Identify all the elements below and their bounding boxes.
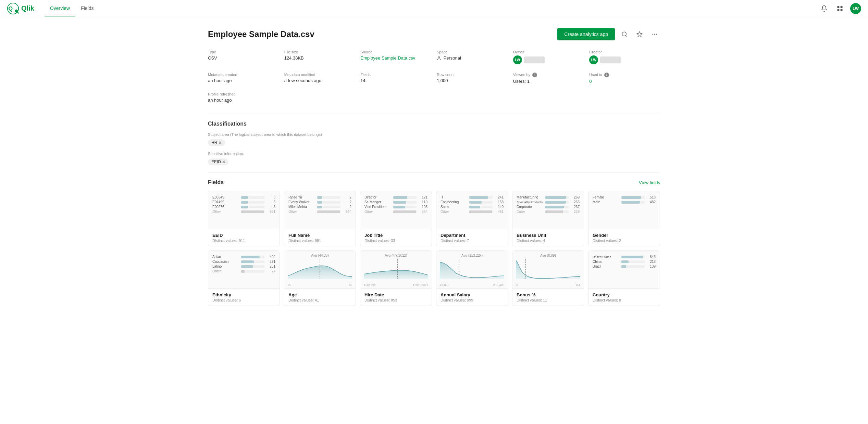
tab-overview[interactable]: Overview (45, 1, 75, 16)
field-card-businessunit[interactable]: Manufacturing 269 Speciality Products 26… (512, 191, 584, 246)
meta-creator-value: LW (589, 55, 660, 64)
field-card-salary[interactable]: Avg (113.22k) (436, 250, 508, 306)
owner-avatar: LW (513, 55, 522, 64)
card-distinct: Distinct values: 853 (364, 298, 427, 302)
tag-hr-label: HR (211, 140, 217, 145)
field-card-department[interactable]: IT 241 Engineering 158 Sales 140 (436, 191, 508, 246)
card-chart-age: Avg (44.38) (284, 251, 356, 288)
avg-label-bonus: Avg (0.09) (516, 254, 580, 257)
main-content: Employee Sample Data.csv Create analytic… (194, 17, 674, 321)
favorite-button[interactable] (634, 29, 645, 40)
meta-source: Source Employee Sample Data.csv (360, 50, 431, 64)
card-info-department: Department Distinct values: 7 (436, 229, 508, 246)
tag-eeid: EEID × (208, 158, 228, 165)
creator-name-placeholder (600, 56, 621, 63)
card-field-name: Bonus % (517, 292, 580, 297)
meta-fields-label: Fields (360, 73, 431, 77)
meta-modified-label: Metadata modified (284, 73, 355, 77)
field-card-hiredate[interactable]: Avg (4/7/2012) (360, 250, 432, 306)
bar-row: Director 121 (364, 195, 427, 199)
card-field-name: Business Unit (517, 233, 580, 238)
card-info-bonus: Bonus % Distinct values: 11 (512, 288, 584, 306)
card-field-name: Full Name (288, 233, 351, 238)
meta-space: Space Personal (437, 50, 508, 64)
avg-label-salary: Avg (113.22k) (440, 254, 504, 257)
meta-creator-label: Creator (589, 50, 660, 54)
card-distinct: Distinct values: 33 (364, 239, 427, 243)
more-options-button[interactable] (649, 29, 660, 40)
user-avatar[interactable]: LW (850, 3, 861, 14)
card-distinct: Distinct values: 2 (593, 239, 656, 243)
card-field-name: Hire Date (364, 292, 427, 297)
tag-eeid-close[interactable]: × (222, 159, 225, 164)
meta-usedin: Used in i 0 (589, 73, 660, 84)
topnav: Q Qlik Overview Fields LW (0, 0, 868, 17)
create-analytics-app-button[interactable]: Create analytics app (557, 28, 615, 40)
bar-row: Other 664 (364, 210, 427, 214)
meta-created: Metadata created an hour ago (208, 73, 279, 84)
avg-label-hiredate: Avg (4/7/2012) (364, 254, 428, 257)
card-chart-eeid: E03349 3 E01499 3 E00276 3 (208, 191, 280, 229)
logo[interactable]: Q Qlik (7, 2, 34, 15)
notifications-button[interactable] (819, 3, 830, 14)
bar-row: Sr. Manger 110 (364, 200, 427, 204)
field-card-gender[interactable]: Female 518 Male 482 Gender Distinct valu… (588, 191, 660, 246)
card-info-gender: Gender Distinct values: 2 (588, 229, 660, 246)
bar-row: IT 241 (441, 195, 504, 199)
card-chart-country: United States 643 China 218 Brazil 139 (588, 251, 660, 288)
field-card-jobtitle[interactable]: Director 121 Sr. Manger 110 Vice Preside… (360, 191, 432, 246)
meta-filesize-value: 124.38KB (284, 55, 355, 61)
bar-row: Latino 251 (212, 265, 275, 268)
card-info-age: Age Distinct values: 41 (284, 288, 356, 306)
meta-owner-value: LW (513, 55, 584, 64)
svg-rect-5 (841, 6, 843, 8)
card-distinct: Distinct values: 4 (517, 239, 580, 243)
meta-source-value[interactable]: Employee Sample Data.csv (360, 55, 431, 61)
field-card-fullname[interactable]: Rylee Yu 2 Everly Walker 2 Miles Mehta 2 (284, 191, 356, 246)
meta-filesize-label: File size (284, 50, 355, 54)
svg-point-12 (656, 34, 657, 35)
meta-profile-value: an hour ago (208, 98, 660, 103)
meta-profile-label: Profile refreshed (208, 92, 660, 96)
card-chart-hiredate: Avg (4/7/2012) (360, 251, 432, 288)
subject-area-tags: HR × (208, 139, 660, 146)
axis-min: 40,063 (440, 283, 449, 287)
field-card-age[interactable]: Avg (44.38) (284, 250, 356, 306)
tag-hr-close[interactable]: × (219, 140, 221, 145)
grid-button[interactable] (834, 3, 845, 14)
field-card-ethnicity[interactable]: Asian 404 Caucasian 271 Latino 251 (208, 250, 280, 306)
svg-rect-4 (838, 6, 840, 8)
bar-row: Other 229 (517, 210, 580, 214)
sensitive-section: Sensitive information: EEID × (208, 152, 660, 165)
sensitive-label: Sensitive information: (208, 152, 660, 156)
svg-rect-6 (838, 9, 840, 11)
meta-owner-label: Owner (513, 50, 584, 54)
tab-fields[interactable]: Fields (75, 1, 99, 16)
svg-point-8 (622, 32, 626, 36)
card-info-businessunit: Business Unit Distinct values: 4 (512, 229, 584, 246)
view-fields-link[interactable]: View fields (639, 180, 660, 185)
axis-max: 258,498 (493, 283, 504, 287)
meta-source-label: Source (360, 50, 431, 54)
card-chart-gender: Female 518 Male 482 (588, 191, 660, 229)
svg-point-13 (438, 57, 439, 58)
meta-created-label: Metadata created (208, 73, 279, 77)
meta-usedin-value[interactable]: 0 (589, 79, 660, 84)
fields-section: Fields View fields E03349 3 E01499 3 (208, 179, 660, 306)
logo-text: Qlik (21, 4, 34, 12)
bar-row: Brazil 139 (593, 265, 656, 268)
field-card-eeid[interactable]: E03349 3 E01499 3 E00276 3 (208, 191, 280, 246)
card-info-jobtitle: Job Title Distinct values: 33 (360, 229, 432, 246)
bar-row: Miles Mehta 2 (288, 205, 351, 209)
field-card-country[interactable]: United States 643 China 218 Brazil 139 (588, 250, 660, 306)
card-distinct: Distinct values: 41 (288, 298, 351, 302)
field-card-bonus[interactable]: Avg (0.09) (512, 250, 584, 306)
axis-max: 0.4 (576, 283, 580, 287)
bar-row: Engineering 158 (441, 200, 504, 204)
metadata-row3: Profile refreshed an hour ago (208, 92, 660, 103)
bar-row: Other 74 (212, 269, 275, 273)
bar-row: E00276 3 (212, 205, 275, 209)
search-button[interactable] (619, 29, 630, 40)
svg-point-10 (652, 34, 653, 35)
card-distinct: Distinct values: 8 (593, 298, 656, 302)
